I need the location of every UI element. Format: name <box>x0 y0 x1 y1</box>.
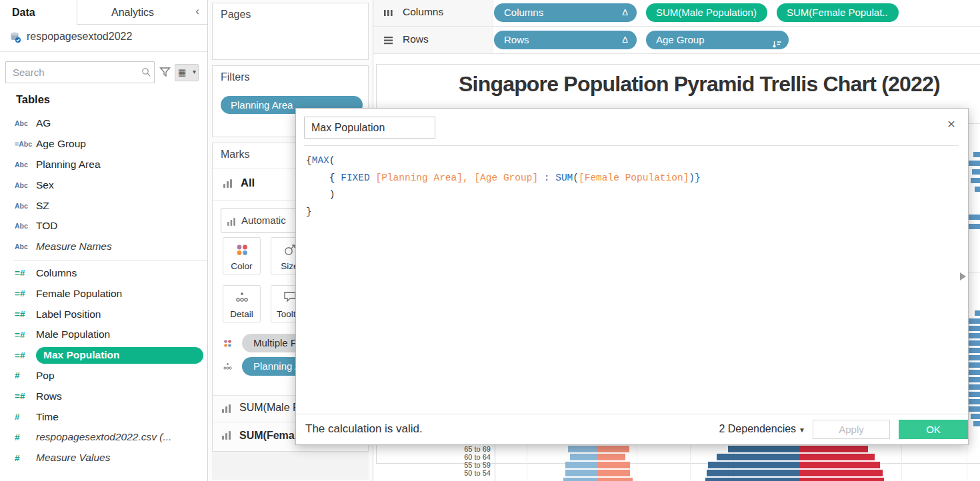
color-dots-icon <box>235 243 249 256</box>
bar-chart-icon <box>222 404 231 416</box>
apply-button[interactable]: Apply <box>813 420 890 439</box>
number-field-icon: =# <box>15 391 36 401</box>
female-bar <box>598 446 629 452</box>
field-item-sex[interactable]: AbcSex <box>0 175 207 195</box>
edge-bar <box>975 187 980 192</box>
male-bar <box>707 470 800 476</box>
field-item-ag[interactable]: AbcAG <box>0 113 207 134</box>
field-label: Male Population <box>36 328 110 340</box>
tooltip-icon <box>283 291 297 303</box>
female-bar <box>598 462 630 468</box>
search-icon <box>141 67 151 80</box>
female-bar <box>598 454 625 460</box>
text-field-icon: Abc <box>15 161 36 169</box>
text-field-icon: =Abc <box>15 140 36 148</box>
field-item-female-population[interactable]: =#Female Population <box>0 283 207 304</box>
dependencies-dropdown[interactable]: 2 Dependencies▼ <box>696 423 805 435</box>
field-label: TOD <box>36 220 57 232</box>
field-item-measure-values[interactable]: #Measure Values <box>0 448 207 468</box>
field-item-pop[interactable]: #Pop <box>0 366 207 386</box>
edge-bar <box>971 178 980 183</box>
datasource-item[interactable]: respopagesextod2022 <box>0 25 207 52</box>
calculation-editor-dialog: × {MAX( { FIXED [Planning Area], [Age Gr… <box>295 108 969 445</box>
male-bar <box>717 454 800 460</box>
pages-label: Pages <box>221 9 251 21</box>
calculation-name-input[interactable] <box>304 117 435 139</box>
field-label: SZ <box>36 200 49 212</box>
dependencies-text: 2 Dependencies <box>719 423 796 434</box>
gridline <box>527 445 527 481</box>
formula-line: {MAX( <box>306 153 946 170</box>
field-item-male-population[interactable]: =#Male Population <box>0 324 207 345</box>
tables-heading: Tables <box>16 93 50 106</box>
bar-chart-icon <box>222 430 231 442</box>
female-bar <box>800 454 875 460</box>
male-bar <box>728 446 800 452</box>
female-bar <box>598 470 630 476</box>
panel-divider-line <box>690 445 691 481</box>
bar-chart-icon <box>227 217 236 229</box>
number-field-icon: =# <box>15 350 36 360</box>
age-axis-label: 50 to 54 <box>432 470 491 477</box>
close-icon[interactable]: × <box>944 117 959 131</box>
female-bar <box>800 446 868 452</box>
gridline <box>637 445 637 481</box>
field-list-divider <box>13 260 207 260</box>
female-bar <box>800 470 883 476</box>
field-item-measure-names[interactable]: AbcMeasure Names <box>0 237 207 257</box>
number-field-icon: # <box>15 412 36 422</box>
filter-fields-icon[interactable] <box>159 67 171 80</box>
color-button[interactable]: Color <box>223 237 261 274</box>
edge-bar <box>967 399 980 404</box>
number-field-icon: =# <box>15 288 36 298</box>
tab-data[interactable]: Data <box>0 0 77 25</box>
collapse-pane-button[interactable]: ‹ <box>190 0 205 25</box>
field-item-planning-area[interactable]: AbcPlanning Area <box>0 155 207 175</box>
field-item-max-population[interactable]: =#Max Population <box>0 345 207 366</box>
male-bar <box>568 446 598 452</box>
field-item-label-position[interactable]: =#Label Position <box>0 304 207 324</box>
field-item-respopagesextod2022-csv[interactable]: #respopagesextod2022.csv (... <box>0 427 207 448</box>
field-item-columns[interactable]: =#Columns <box>0 263 207 284</box>
female-bar <box>598 478 633 481</box>
field-label: Max Population <box>36 347 203 364</box>
detail-button[interactable]: Detail <box>223 285 261 322</box>
search-input[interactable] <box>5 61 155 83</box>
panel-bottom-area <box>212 452 369 480</box>
view-as-list-toggle[interactable]: ▦ ▾ <box>175 64 199 81</box>
field-label: Label Position <box>36 308 101 320</box>
formula-line: { FIXED [Planning Area], [Age Group] : S… <box>306 170 946 187</box>
edge-bar <box>968 215 980 220</box>
field-item-tod[interactable]: AbcTOD <box>0 216 207 237</box>
divider <box>304 145 959 146</box>
female-bar <box>800 478 884 481</box>
chevron-down-icon: ▾ <box>193 68 196 75</box>
text-field-icon: Abc <box>15 119 36 127</box>
detail-button-label: Detail <box>223 309 260 319</box>
formula-editor[interactable]: {MAX( { FIXED [Planning Area], [Age Grou… <box>306 153 946 406</box>
field-label: AG <box>36 117 51 129</box>
text-field-icon: Abc <box>15 222 36 230</box>
tab-analytics[interactable]: Analytics <box>77 0 188 25</box>
validation-status: The calculation is valid. <box>305 422 423 436</box>
field-label: Female Population <box>36 288 122 300</box>
tableau-workspace: 65 to 6960 to 6455 to 5950 to 54 Singapo… <box>0 0 980 481</box>
field-label: Measure Names <box>36 240 112 252</box>
field-label: Columns <box>36 267 77 279</box>
edge-bar <box>971 414 980 419</box>
field-label: Pop <box>36 370 55 382</box>
number-field-icon: # <box>15 453 36 463</box>
expand-functions-arrow[interactable] <box>960 272 966 280</box>
male-bar <box>565 470 598 476</box>
field-item-sz[interactable]: AbcSZ <box>0 195 207 216</box>
marks-all-section[interactable]: All <box>241 177 255 189</box>
number-field-icon: =# <box>15 330 36 340</box>
field-item-time[interactable]: #Time <box>0 406 207 427</box>
field-item-age-group[interactable]: =AbcAge Group <box>0 134 207 155</box>
male-bar <box>570 454 598 460</box>
ok-button[interactable]: OK <box>899 420 968 439</box>
color-button-label: Color <box>223 261 260 271</box>
field-item-rows[interactable]: =#Rows <box>0 386 207 406</box>
field-label: Age Group <box>36 138 86 150</box>
divider <box>296 414 968 414</box>
